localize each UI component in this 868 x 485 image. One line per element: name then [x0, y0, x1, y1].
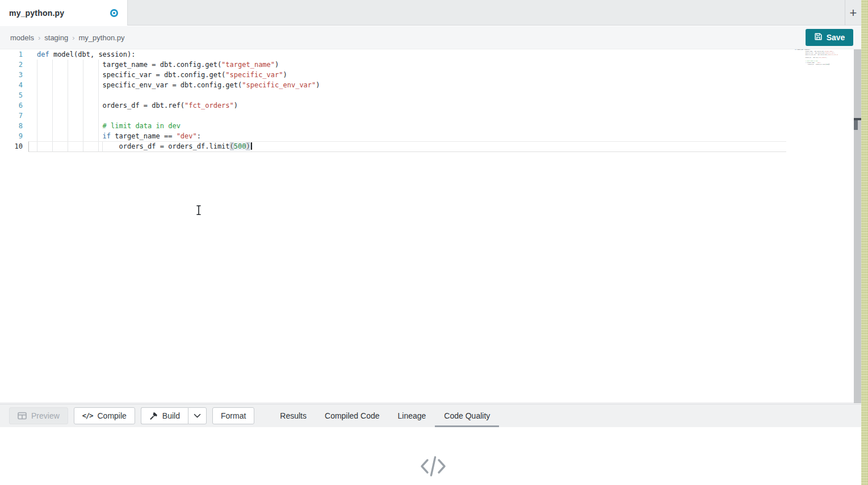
breadcrumb: models›staging›my_python.py — [0, 26, 861, 49]
build-button-label: Build — [162, 411, 180, 420]
code-text: if target_name == "dev": — [37, 131, 201, 141]
unsaved-changes-icon — [110, 9, 118, 17]
build-button-group: Build — [141, 407, 207, 424]
code-text: specific_env_var = dbt.config.get("speci… — [795, 54, 838, 56]
preview-button: Preview — [9, 407, 68, 424]
action-toolbar: Preview</>CompileBuildFormat ResultsComp… — [0, 404, 861, 427]
code-line: 3 specific_var = dbt.config.get("specifi… — [0, 70, 861, 80]
compile-button[interactable]: </>Compile — [74, 407, 135, 424]
build-dropdown-button[interactable] — [188, 407, 207, 424]
code-line: 7 — [0, 111, 861, 121]
code-line: orders_df = orders_df.limit(500) — [795, 64, 838, 65]
text-cursor — [251, 142, 252, 150]
tab-label: Code Quality — [444, 411, 490, 420]
format-button-label: Format — [221, 411, 246, 420]
save-button-label: Save — [827, 33, 845, 42]
code-line: specific_env_var = dbt.config.get("speci… — [795, 54, 838, 56]
code-editor[interactable]: 1def model(dbt, session):2 target_name =… — [0, 49, 861, 403]
result-tab-bar: ResultsCompiled CodeLineageCode Quality — [271, 404, 499, 427]
breadcrumb-item-staging[interactable]: staging — [44, 33, 68, 42]
code-text: orders_df = dbt.ref("fct_orders") — [37, 100, 238, 111]
code-icon: </> — [82, 412, 93, 419]
code-text: orders_df = orders_df.limit(500) — [37, 141, 252, 151]
line-number: 5 — [0, 90, 23, 100]
plus-icon: + — [850, 6, 857, 20]
tab-results[interactable]: Results — [271, 404, 316, 427]
tab-lineage[interactable]: Lineage — [389, 404, 435, 427]
code-line: 6 orders_df = dbt.ref("fct_orders") — [0, 100, 861, 111]
code-text: specific_var = dbt.config.get("specific_… — [37, 70, 287, 80]
line-number: 6 — [0, 100, 23, 111]
chevron-right-icon: › — [72, 33, 74, 42]
chevron-right-icon: › — [38, 33, 40, 42]
code-line: 8 # limit data in dev — [0, 121, 861, 131]
code-line: 9 if target_name == "dev": — [0, 131, 861, 141]
preview-button-label: Preview — [31, 411, 60, 420]
code-text: specific_env_var = dbt.config.get("speci… — [37, 80, 320, 90]
tab-label: Compiled Code — [325, 411, 380, 420]
format-button[interactable]: Format — [212, 407, 254, 424]
save-button[interactable]: Save — [806, 29, 853, 46]
line-number: 2 — [0, 60, 23, 70]
line-number: 8 — [0, 121, 23, 131]
breadcrumb-item-models[interactable]: models — [10, 33, 34, 42]
tab-compiled-code[interactable]: Compiled Code — [316, 404, 389, 427]
tab-label: Results — [280, 411, 307, 420]
code-text: target_name = dbt.config.get("target_nam… — [37, 60, 279, 70]
line-number: 7 — [0, 111, 23, 121]
line-number: 3 — [0, 70, 23, 80]
code-text: # limit data in dev — [37, 121, 181, 131]
new-tab-button[interactable]: + — [845, 0, 861, 26]
code-line: 1def model(dbt, session): — [0, 49, 861, 60]
code-text: orders_df = dbt.ref("fct_orders") — [795, 57, 827, 58]
compile-button-label: Compile — [97, 411, 126, 420]
build-button[interactable]: Build — [141, 407, 188, 424]
table-icon — [18, 412, 27, 420]
code-text: def model(dbt, session): — [37, 49, 135, 60]
tab-title: my_python.py — [9, 9, 64, 18]
code-line: 4 specific_env_var = dbt.config.get("spe… — [0, 80, 861, 90]
line-number: 4 — [0, 80, 23, 90]
hammer-icon — [149, 412, 158, 420]
editor-tab-bar: my_python.py + — [0, 0, 861, 26]
tab-code-quality[interactable]: Code Quality — [435, 404, 499, 427]
line-number: 10 — [0, 141, 23, 151]
code-line: 2 target_name = dbt.config.get("target_n… — [0, 60, 861, 70]
minimap[interactable]: def model(dbt, session): target_name = d… — [795, 49, 838, 68]
tab-label: Lineage — [398, 411, 426, 420]
dbt-ide-window: my_python.py + models›staging›my_python.… — [0, 0, 868, 485]
breadcrumb-item-my_python-py[interactable]: my_python.py — [79, 33, 125, 42]
code-slash-icon — [418, 454, 448, 480]
code-line: 10 orders_df = orders_df.limit(500) — [0, 141, 861, 151]
code-text: orders_df = orders_df.limit(500) — [795, 64, 829, 65]
line-number: 9 — [0, 131, 23, 141]
line-number: 1 — [0, 49, 23, 60]
code-line: 5 — [0, 90, 861, 100]
scrollbar-cursor-marker-thumb — [854, 120, 858, 130]
desktop-background-strip — [861, 0, 868, 485]
editor-scrollbar[interactable] — [854, 49, 861, 403]
editor-tab-my-python[interactable]: my_python.py — [0, 0, 128, 26]
code-lines: 1def model(dbt, session):2 target_name =… — [0, 49, 861, 151]
floppy-disk-icon — [814, 32, 823, 43]
chevron-down-icon — [194, 414, 201, 418]
